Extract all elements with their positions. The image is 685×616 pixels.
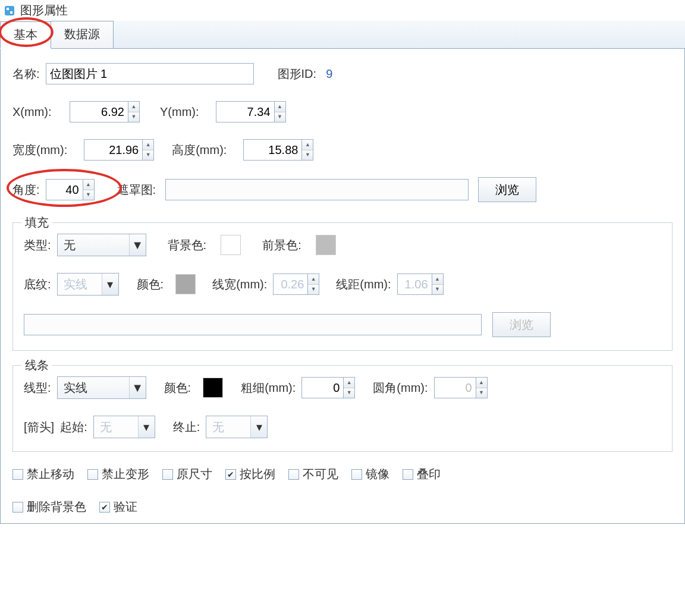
- label-width: 宽度(mm):: [12, 142, 67, 158]
- label-shapeid: 图形ID:: [278, 66, 317, 82]
- label-thickness: 粗细(mm):: [241, 380, 296, 396]
- line-group: 线条 线型: 实线▼ 颜色: 粗细(mm): ▲▼ 圆角(mm): ▲▼ [箭头…: [12, 365, 673, 452]
- label-filltype: 类型:: [24, 237, 51, 253]
- mask-input[interactable]: [165, 179, 469, 200]
- thickness-spin[interactable]: ▲▼: [301, 377, 355, 398]
- filltype-dropdown[interactable]: 无▼: [57, 234, 146, 256]
- name-input[interactable]: [46, 63, 254, 84]
- label-patcolor: 颜色:: [137, 276, 164, 293]
- linecolor-swatch[interactable]: [203, 378, 223, 398]
- label-fgcolor: 前景色:: [262, 237, 301, 253]
- svg-rect-0: [5, 6, 14, 15]
- tab-datasource[interactable]: 数据源: [51, 21, 114, 48]
- tab-basic[interactable]: 基本: [0, 21, 51, 49]
- legend-line: 线条: [21, 357, 52, 373]
- radius-spin: ▲▼: [434, 377, 488, 398]
- window-title: 图形属性: [20, 2, 68, 18]
- svg-rect-1: [7, 8, 9, 10]
- linetype-dropdown[interactable]: 实线▼: [57, 376, 146, 399]
- shapeid-value: 9: [326, 67, 332, 81]
- cb-mirror[interactable]: 镜像: [351, 466, 389, 482]
- label-arrow-end: 终止:: [173, 419, 200, 435]
- bgcolor-swatch[interactable]: [221, 235, 241, 255]
- cb-origsize[interactable]: 原尺寸: [162, 466, 212, 482]
- label-linetype: 线型:: [24, 380, 51, 396]
- cb-overprint[interactable]: 叠印: [403, 466, 441, 482]
- label-linedist: 线距(mm):: [336, 276, 391, 293]
- browse-fill-button: 浏览: [492, 312, 551, 337]
- arrow-start-dropdown: 无▾: [93, 416, 155, 438]
- label-x: X(mm):: [12, 105, 64, 119]
- browse-mask-button[interactable]: 浏览: [478, 177, 536, 202]
- app-icon: [4, 5, 15, 17]
- cb-ratio[interactable]: ✔按比例: [225, 466, 275, 482]
- cb-delbg[interactable]: 删除背景色: [12, 499, 86, 515]
- svg-rect-2: [10, 11, 12, 14]
- chevron-down-icon: ▼: [129, 234, 146, 256]
- label-arrow: [箭头]: [24, 419, 54, 435]
- cb-noresize[interactable]: 禁止变形: [87, 466, 149, 482]
- label-name: 名称:: [12, 66, 40, 82]
- label-linecolor: 颜色:: [164, 380, 191, 396]
- label-bgcolor: 背景色:: [168, 237, 207, 253]
- y-spin[interactable]: ▲▼: [216, 101, 286, 122]
- label-pattern: 底纹:: [24, 276, 51, 293]
- label-height: 高度(mm):: [172, 142, 227, 158]
- width-spin[interactable]: ▲▼: [84, 139, 154, 161]
- fill-group: 填充 类型: 无▼ 背景色: 前景色: 底纹: 实线▾ 颜色: 线宽(mm): …: [12, 222, 673, 351]
- legend-fill: 填充: [21, 215, 52, 231]
- linedist-spin: ▲▼: [397, 274, 444, 295]
- label-arrow-start: 起始:: [60, 419, 87, 435]
- label-angle: 角度:: [12, 182, 40, 198]
- linewidth-spin: ▲▼: [273, 274, 319, 295]
- cb-invisible[interactable]: 不可见: [288, 466, 338, 482]
- spin-down-icon[interactable]: ▼: [128, 112, 139, 122]
- spin-up-icon[interactable]: ▲: [128, 102, 139, 112]
- label-radius: 圆角(mm):: [373, 380, 428, 396]
- arrow-end-dropdown: 无▾: [206, 416, 268, 438]
- label-mask: 遮罩图:: [117, 182, 156, 198]
- tabs: 基本 数据源: [0, 21, 685, 49]
- label-y: Y(mm):: [160, 105, 199, 119]
- height-spin[interactable]: ▲▼: [243, 139, 313, 161]
- x-spin[interactable]: ▲▼: [70, 101, 140, 122]
- cb-validate[interactable]: ✔验证: [99, 499, 137, 515]
- cb-nomove[interactable]: 禁止移动: [12, 466, 74, 482]
- fgcolor-swatch[interactable]: [316, 235, 336, 255]
- fill-path-input[interactable]: [24, 314, 482, 335]
- label-linewidth: 线宽(mm):: [212, 276, 267, 293]
- pattern-dropdown: 实线▾: [57, 273, 119, 296]
- angle-spin[interactable]: ▲▼: [46, 179, 95, 200]
- patcolor-swatch[interactable]: [175, 274, 196, 294]
